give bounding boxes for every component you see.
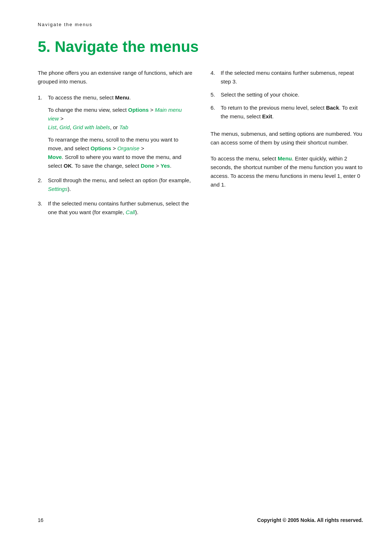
options-bold-1: Options: [128, 107, 149, 113]
list-item-1: 1. To access the menu, select Menu. To c…: [38, 93, 192, 170]
options-bold-2: Options: [91, 145, 111, 151]
exit-bold: Exit: [262, 113, 272, 119]
list-content-3: If the selected menu contains further su…: [48, 199, 192, 217]
footer-copyright: Copyright © 2005 Nokia. All rights reser…: [257, 517, 363, 523]
footer: 16 Copyright © 2005 Nokia. All rights re…: [0, 517, 392, 523]
right-5-text: Select the setting of your choice.: [221, 91, 299, 98]
list-1-sub-2: To rearrange the menu, scroll to the men…: [48, 135, 192, 170]
two-column-layout: The phone offers you an extensive range …: [38, 69, 363, 222]
right-content-6: To return to the previous menu level, se…: [221, 103, 363, 121]
left-column: The phone offers you an extensive range …: [38, 69, 192, 222]
done-bold: Done: [141, 163, 155, 169]
extra-para-2: To access the menu, select Menu. Enter q…: [211, 154, 363, 189]
list-1-sub-1: To change the menu view, select Options …: [48, 106, 192, 132]
right-num-4: 4.: [211, 69, 218, 86]
extra-para-1: The menus, submenus, and setting options…: [211, 130, 363, 147]
menu-green-bold: Menu: [278, 155, 292, 162]
right-6-text: To return to the previous menu level, se…: [221, 105, 358, 119]
organise-italic: Organise: [117, 145, 139, 151]
yes-bold: Yes: [160, 163, 170, 169]
list-2-text: Scroll through the menu, and select an o…: [48, 177, 191, 192]
right-list-item-5: 5. Select the setting of your choice.: [211, 90, 363, 99]
breadcrumb: Navigate the menus: [38, 22, 363, 27]
main-menu-view-italic: Main menu view: [48, 107, 182, 122]
page-title: 5. Navigate the menus: [38, 38, 363, 56]
right-4-text: If the selected menu contains further su…: [221, 70, 354, 85]
list-content-1: To access the menu, select Menu. To chan…: [48, 93, 192, 170]
list-1-text: To access the menu, select Menu.: [48, 94, 131, 101]
right-list: 4. If the selected menu contains further…: [211, 69, 363, 121]
right-num-5: 5.: [211, 90, 218, 99]
ok-bold: OK: [64, 163, 72, 169]
list-content-2: Scroll through the menu, and select an o…: [48, 176, 192, 193]
list-num-2: 2.: [38, 176, 45, 193]
move-bold: Move: [48, 154, 62, 160]
list-italic: List: [48, 124, 56, 130]
list-item-3: 3. If the selected menu contains further…: [38, 199, 192, 217]
tab-italic: Tab: [119, 124, 128, 130]
call-italic: Call: [126, 209, 135, 215]
grid-italic: Grid: [60, 124, 70, 130]
right-content-5: Select the setting of your choice.: [221, 90, 363, 99]
page: Navigate the menus 5. Navigate the menus…: [0, 0, 392, 543]
back-bold: Back: [326, 105, 339, 111]
footer-page-number: 16: [38, 517, 44, 523]
list-num-1: 1.: [38, 93, 45, 170]
right-list-item-6: 6. To return to the previous menu level,…: [211, 103, 363, 121]
left-list: 1. To access the menu, select Menu. To c…: [38, 93, 192, 217]
settings-italic: Settings: [48, 186, 68, 192]
right-content-4: If the selected menu contains further su…: [221, 69, 363, 86]
right-column: 4. If the selected menu contains further…: [211, 69, 363, 196]
intro-text: The phone offers you an extensive range …: [38, 69, 192, 86]
right-list-item-4: 4. If the selected menu contains further…: [211, 69, 363, 86]
menu-bold: Menu: [115, 94, 129, 101]
list-item-2: 2. Scroll through the menu, and select a…: [38, 176, 192, 193]
list-num-3: 3.: [38, 199, 45, 217]
list-3-text: If the selected menu contains further su…: [48, 200, 189, 215]
grid-with-labels-italic: Grid with labels: [73, 124, 110, 130]
right-num-6: 6.: [211, 103, 218, 121]
